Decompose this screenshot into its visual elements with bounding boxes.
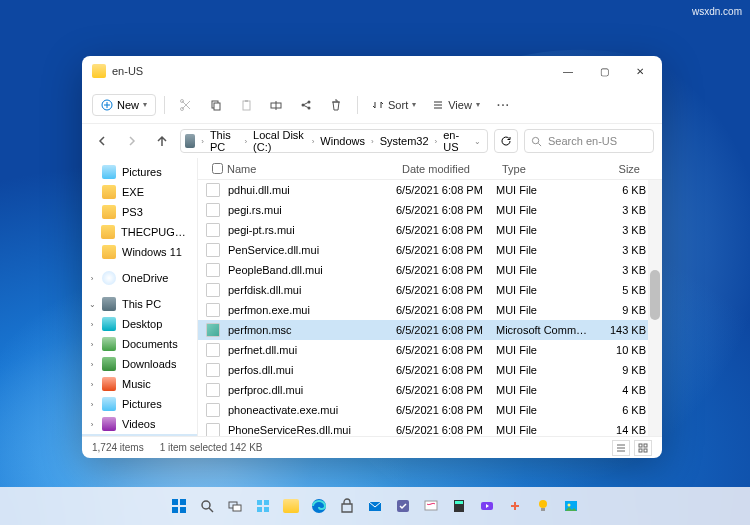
breadcrumb[interactable]: › This PC › Local Disk (C:) › Windows › … [180,129,488,153]
calculator-button[interactable] [448,495,470,517]
chevron-right-icon[interactable]: › [310,137,317,146]
file-row[interactable]: perfdisk.dll.mui6/5/2021 6:08 PMMUI File… [198,280,662,300]
column-type[interactable]: Type [496,163,596,175]
cloud-icon [102,271,116,285]
chevron-right-icon[interactable]: › [369,137,376,146]
titlebar[interactable]: en-US — ▢ ✕ [82,56,662,86]
chevron-right-icon[interactable]: › [88,360,96,369]
paste-button[interactable] [233,92,259,118]
whiteboard-button[interactable] [420,495,442,517]
file-row[interactable]: phoneactivate.exe.mui6/5/2021 6:08 PMMUI… [198,400,662,420]
file-row[interactable]: PeopleBand.dll.mui6/5/2021 6:08 PMMUI Fi… [198,260,662,280]
copy-button[interactable] [203,92,229,118]
maximize-button[interactable]: ▢ [586,56,622,86]
column-name[interactable]: Name [206,163,396,175]
mail-button[interactable] [364,495,386,517]
breadcrumb-seg[interactable]: Windows [318,135,367,147]
start-button[interactable] [168,495,190,517]
file-row[interactable]: PhoneServiceRes.dll.mui6/5/2021 6:08 PMM… [198,420,662,436]
chevron-right-icon[interactable]: › [88,380,96,389]
share-button[interactable] [293,92,319,118]
chevron-right-icon[interactable]: › [88,340,96,349]
chevron-right-icon[interactable]: › [88,420,96,429]
file-row[interactable]: perfos.dll.mui6/5/2021 6:08 PMMUI File9 … [198,360,662,380]
chevron-right-icon[interactable]: › [242,137,249,146]
search-input[interactable]: Search en-US [524,129,654,153]
sidebar-item[interactable]: EXE [82,182,197,202]
scrollbar[interactable] [648,180,662,436]
sidebar-item[interactable]: ›Downloads [82,354,197,374]
photos-button[interactable] [560,495,582,517]
edge-button[interactable] [308,495,330,517]
breadcrumb-seg[interactable]: Local Disk (C:) [251,129,308,153]
snip-button[interactable] [504,495,526,517]
chevron-down-icon[interactable]: ⌄ [88,300,96,309]
drive-icon [102,337,116,351]
file-row[interactable]: pegi.rs.mui6/5/2021 6:08 PMMUI File3 KB [198,200,662,220]
sidebar-item[interactable]: THECPUGUIDE [82,222,197,242]
list-icon [616,443,626,453]
sort-button[interactable]: Sort ▾ [366,95,422,115]
widgets-button[interactable] [252,495,274,517]
svg-rect-22 [233,505,241,511]
sidebar-item-onedrive[interactable]: ›OneDrive [82,268,197,288]
scrollbar-thumb[interactable] [650,270,660,320]
file-icon [206,363,220,377]
clipchamp-button[interactable] [476,495,498,517]
breadcrumb-seg[interactable]: en-US [441,129,468,153]
search-button[interactable] [196,495,218,517]
file-row[interactable]: PenService.dll.mui6/5/2021 6:08 PMMUI Fi… [198,240,662,260]
view-button[interactable]: View ▾ [426,95,486,115]
back-button[interactable] [90,129,114,153]
column-date[interactable]: Date modified [396,163,496,175]
taskview-button[interactable] [224,495,246,517]
svg-point-11 [532,137,538,143]
minimize-button[interactable]: — [550,56,586,86]
rename-button[interactable] [263,92,289,118]
file-row[interactable]: perfmon.exe.mui6/5/2021 6:08 PMMUI File9… [198,300,662,320]
store-button[interactable] [336,495,358,517]
forward-button[interactable] [120,129,144,153]
refresh-button[interactable] [494,129,518,153]
svg-rect-26 [264,507,269,512]
sidebar-item[interactable]: Pictures [82,162,197,182]
chevron-down-icon[interactable]: ⌄ [472,137,483,146]
chevron-right-icon[interactable]: › [88,274,96,283]
file-row[interactable]: pdhui.dll.mui6/5/2021 6:08 PMMUI File6 K… [198,180,662,200]
file-row[interactable]: perfnet.dll.mui6/5/2021 6:08 PMMUI File1… [198,340,662,360]
sidebar-item[interactable]: PS3 [82,202,197,222]
sidebar-item[interactable]: ›Desktop [82,314,197,334]
svg-point-37 [568,504,571,507]
sidebar-item[interactable]: ›Videos [82,414,197,434]
breadcrumb-seg[interactable]: This PC [208,129,241,153]
sidebar-item[interactable]: ›Music [82,374,197,394]
file-row[interactable]: pegi-pt.rs.mui6/5/2021 6:08 PMMUI File3 … [198,220,662,240]
file-row[interactable]: perfproc.dll.mui6/5/2021 6:08 PMMUI File… [198,380,662,400]
select-all-checkbox[interactable] [212,163,223,174]
details-view-button[interactable] [612,440,630,456]
svg-rect-14 [639,449,642,452]
new-button[interactable]: New ▾ [92,94,156,116]
breadcrumb-seg[interactable]: System32 [378,135,431,147]
thumbnails-view-button[interactable] [634,440,652,456]
delete-button[interactable] [323,92,349,118]
ellipsis-icon: ··· [496,96,509,114]
sidebar-item[interactable]: ›Documents [82,334,197,354]
folder-icon [92,64,106,78]
explorer-button[interactable] [280,495,302,517]
chevron-right-icon[interactable]: › [88,320,96,329]
close-button[interactable]: ✕ [622,56,658,86]
up-button[interactable] [150,129,174,153]
more-button[interactable]: ··· [490,92,516,118]
sidebar-item[interactable]: ›Pictures [82,394,197,414]
chevron-right-icon[interactable]: › [88,400,96,409]
tips-button[interactable] [532,495,554,517]
sidebar-item-thispc[interactable]: ⌄This PC [82,294,197,314]
todo-button[interactable] [392,495,414,517]
file-row[interactable]: perfmon.msc6/5/2021 6:08 PMMicrosoft Com… [198,320,662,340]
cut-button[interactable] [173,92,199,118]
chevron-right-icon[interactable]: › [199,137,206,146]
column-size[interactable]: Size [596,163,646,175]
sidebar-item[interactable]: Windows 11 [82,242,197,262]
chevron-right-icon[interactable]: › [433,137,440,146]
